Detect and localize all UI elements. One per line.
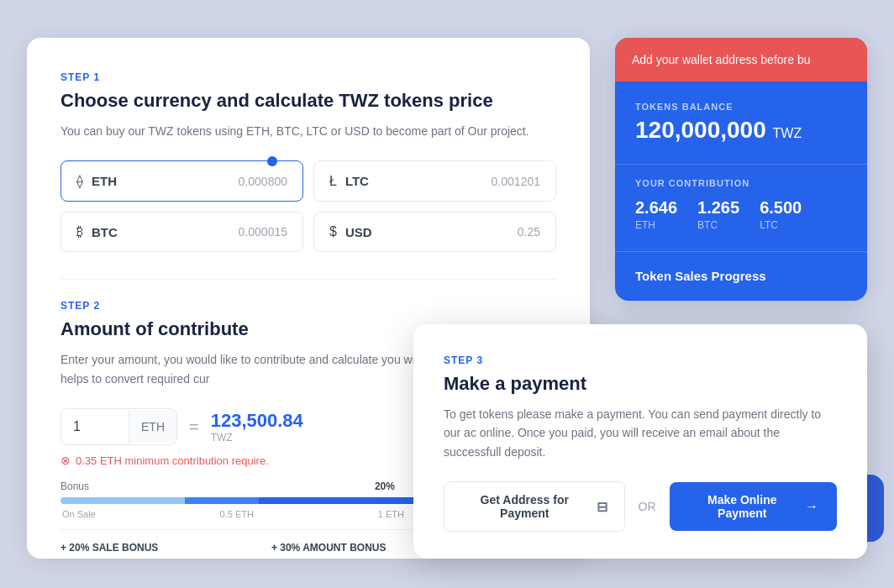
eth-name: ETH xyxy=(92,174,117,188)
balance-unit: TWZ xyxy=(773,126,802,140)
usd-value: 0.25 xyxy=(518,225,540,239)
currency-eth[interactable]: ⟠ ETH 0.000800 xyxy=(60,160,303,202)
step1-title: Choose currency and calculate TWZ tokens… xyxy=(60,90,556,112)
step3-description: To get tokens please make a payment. You… xyxy=(444,405,837,461)
contrib-eth-amount: 2.646 xyxy=(635,198,677,218)
eth-icon: ⟠ xyxy=(76,173,83,189)
sidebar-contribution: YOUR CONTRIBUTION 2.646 ETH 1.265 BTC 6.… xyxy=(615,164,867,251)
contrib-ltc: 6.500 LTC xyxy=(760,198,802,231)
twz-value: 123,500.84 xyxy=(211,410,303,432)
ltc-value: 0.001201 xyxy=(492,175,540,188)
payment-modal: STEP 3 Make a payment To get tokens plea… xyxy=(413,324,867,559)
amount-bonus-label: + 30% AMOUNT BONUS xyxy=(271,542,387,554)
twz-result: 123,500.84 TWZ xyxy=(211,410,303,444)
sidebar-alert[interactable]: Add your wallet address before bu xyxy=(615,38,867,81)
usd-name: USD xyxy=(345,225,372,239)
btc-value: 0.000015 xyxy=(239,225,287,239)
currency-btc[interactable]: ₿ BTC 0.000015 xyxy=(60,212,303,252)
contrib-ltc-currency: LTC xyxy=(760,219,802,231)
bonus-pct-1: 20% xyxy=(375,480,395,492)
progress-segment-3 xyxy=(259,497,433,504)
or-divider: OR xyxy=(639,500,656,513)
bonus-main-label: Bonus xyxy=(60,480,89,492)
make-online-label: Make Online Payment xyxy=(688,493,797,520)
currency-ltc[interactable]: Ł LTC 0.001201 xyxy=(313,160,556,202)
sidebar-card: Add your wallet address before bu TOKENS… xyxy=(615,38,867,301)
balance-label: TOKENS BALANCE xyxy=(635,102,847,112)
token-sales-section: Token Sales Progress xyxy=(615,251,867,301)
progress-segment-1 xyxy=(60,497,185,504)
make-online-payment-button[interactable]: Make Online Payment → xyxy=(670,482,837,531)
contrib-btc-currency: BTC xyxy=(697,219,739,231)
bar-sublabel-1: On Sale xyxy=(62,509,96,519)
step1-description: You can buy our TWZ tokens using ETH, BT… xyxy=(60,122,556,140)
balance-number: 120,000,000 xyxy=(635,117,766,143)
get-address-button[interactable]: Get Address for Payment ⊟ xyxy=(444,481,625,532)
contrib-eth-currency: ETH xyxy=(635,219,677,231)
get-address-label: Get Address for Payment xyxy=(461,493,588,520)
btc-icon: ₿ xyxy=(76,224,83,239)
twz-unit: TWZ xyxy=(211,432,303,444)
step3-label: STEP 3 xyxy=(444,354,837,366)
amount-input-wrapper: ETH xyxy=(60,408,177,445)
amount-input[interactable] xyxy=(61,409,129,444)
contrib-values: 2.646 ETH 1.265 BTC 6.500 LTC xyxy=(635,198,847,231)
progress-segment-2 xyxy=(185,497,260,504)
step3-title: Make a payment xyxy=(444,373,837,395)
eth-value: 0.000800 xyxy=(239,175,287,188)
token-sales-label: Token Sales Progress xyxy=(635,269,766,283)
amount-unit: ETH xyxy=(129,410,176,444)
contrib-btc-amount: 1.265 xyxy=(697,198,739,218)
currency-usd[interactable]: $ USD 0.25 xyxy=(313,212,556,252)
contrib-eth: 2.646 ETH xyxy=(635,198,677,231)
arrow-right-icon: → xyxy=(805,499,818,514)
balance-value: 120,000,000 TWZ xyxy=(635,117,847,144)
contrib-btc: 1.265 BTC xyxy=(697,198,739,231)
ltc-icon: Ł xyxy=(329,174,337,189)
equals-sign: = xyxy=(189,417,199,437)
payment-buttons: Get Address for Payment ⊟ OR Make Online… xyxy=(444,481,837,532)
btc-name: BTC xyxy=(92,225,118,239)
sale-bonus-label: + 20% SALE BONUS xyxy=(60,542,158,554)
ltc-name: LTC xyxy=(345,174,369,188)
contrib-ltc-amount: 6.500 xyxy=(760,198,802,218)
sidebar-balance: TOKENS BALANCE 120,000,000 TWZ xyxy=(615,81,867,164)
currency-grid: ⟠ ETH 0.000800 Ł LTC 0.001201 ₿ xyxy=(60,160,556,252)
usd-icon: $ xyxy=(329,224,337,239)
warning-text: 0.35 ETH minimum contribution require. xyxy=(76,454,269,467)
bar-sublabel-2: 0.5 ETH xyxy=(220,509,254,519)
card-icon: ⊟ xyxy=(597,499,607,515)
step1-section: STEP 1 Choose currency and calculate TWZ… xyxy=(60,71,556,252)
bar-sublabel-3: 1 ETH xyxy=(378,509,404,519)
warning-icon: ⊗ xyxy=(60,454,71,467)
step2-label: STEP 2 xyxy=(60,300,556,312)
step1-label: STEP 1 xyxy=(60,71,556,83)
contribution-label: YOUR CONTRIBUTION xyxy=(635,178,847,188)
